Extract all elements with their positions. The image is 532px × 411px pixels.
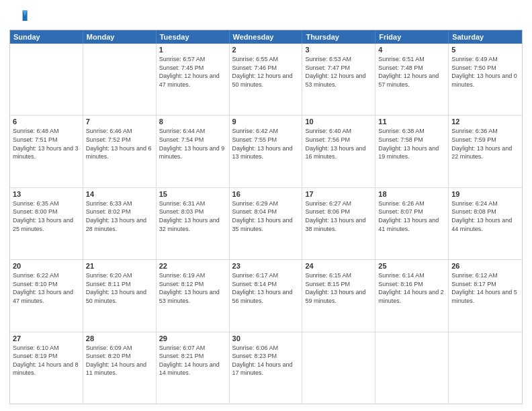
day-info: Sunrise: 6:27 AM Sunset: 8:06 PM Dayligh… bbox=[305, 199, 372, 233]
day-number: 30 bbox=[232, 334, 300, 342]
calendar-cell-day-30: 30Sunrise: 6:06 AM Sunset: 8:23 PM Dayli… bbox=[230, 332, 303, 404]
day-info: Sunrise: 6:07 AM Sunset: 8:21 PM Dayligh… bbox=[159, 344, 226, 377]
calendar-cell-day-23: 23Sunrise: 6:17 AM Sunset: 8:14 PM Dayli… bbox=[230, 260, 303, 331]
calendar-cell-day-7: 7Sunrise: 6:46 AM Sunset: 7:52 PM Daylig… bbox=[83, 116, 157, 187]
calendar-cell-day-28: 28Sunrise: 6:09 AM Sunset: 8:20 PM Dayli… bbox=[83, 332, 157, 404]
calendar-cell-day-15: 15Sunrise: 6:31 AM Sunset: 8:03 PM Dayli… bbox=[157, 188, 230, 259]
day-number: 2 bbox=[232, 46, 300, 54]
day-number: 29 bbox=[159, 334, 226, 342]
calendar-cell-day-1: 1Sunrise: 6:57 AM Sunset: 7:45 PM Daylig… bbox=[157, 44, 230, 115]
day-number: 11 bbox=[378, 118, 445, 126]
day-info: Sunrise: 6:14 AM Sunset: 8:16 PM Dayligh… bbox=[378, 271, 445, 305]
day-number: 23 bbox=[232, 262, 300, 270]
day-number: 27 bbox=[13, 334, 80, 342]
calendar-cell-day-5: 5Sunrise: 6:49 AM Sunset: 7:50 PM Daylig… bbox=[449, 44, 522, 115]
calendar-body: 1Sunrise: 6:57 AM Sunset: 7:45 PM Daylig… bbox=[10, 44, 522, 404]
day-number: 13 bbox=[13, 190, 80, 198]
day-info: Sunrise: 6:12 AM Sunset: 8:17 PM Dayligh… bbox=[451, 271, 519, 305]
calendar-cell-day-2: 2Sunrise: 6:55 AM Sunset: 7:46 PM Daylig… bbox=[230, 44, 303, 115]
header bbox=[9, 7, 523, 26]
day-number: 22 bbox=[159, 262, 226, 270]
calendar-cell-day-20: 20Sunrise: 6:22 AM Sunset: 8:10 PM Dayli… bbox=[10, 260, 83, 331]
day-number: 6 bbox=[13, 118, 80, 126]
calendar-cell-day-22: 22Sunrise: 6:19 AM Sunset: 8:12 PM Dayli… bbox=[157, 260, 230, 331]
day-info: Sunrise: 6:31 AM Sunset: 8:03 PM Dayligh… bbox=[159, 199, 226, 233]
day-number: 9 bbox=[232, 118, 300, 126]
day-number: 5 bbox=[451, 46, 519, 54]
day-number: 12 bbox=[451, 118, 519, 126]
day-info: Sunrise: 6:53 AM Sunset: 7:47 PM Dayligh… bbox=[305, 55, 372, 89]
day-info: Sunrise: 6:06 AM Sunset: 8:23 PM Dayligh… bbox=[232, 344, 300, 377]
calendar-week-2: 6Sunrise: 6:48 AM Sunset: 7:51 PM Daylig… bbox=[10, 116, 522, 187]
calendar-cell-day-13: 13Sunrise: 6:35 AM Sunset: 8:00 PM Dayli… bbox=[10, 188, 83, 259]
day-info: Sunrise: 6:36 AM Sunset: 7:59 PM Dayligh… bbox=[451, 127, 519, 161]
calendar-week-1: 1Sunrise: 6:57 AM Sunset: 7:45 PM Daylig… bbox=[10, 44, 522, 116]
calendar-cell-empty bbox=[449, 332, 522, 404]
day-number: 21 bbox=[86, 262, 153, 270]
day-info: Sunrise: 6:48 AM Sunset: 7:51 PM Dayligh… bbox=[13, 127, 80, 161]
day-info: Sunrise: 6:26 AM Sunset: 8:07 PM Dayligh… bbox=[378, 199, 445, 233]
calendar-header-row: SundayMondayTuesdayWednesdayThursdayFrid… bbox=[10, 30, 522, 44]
day-number: 4 bbox=[378, 46, 445, 54]
day-number: 26 bbox=[451, 262, 519, 270]
day-info: Sunrise: 6:46 AM Sunset: 7:52 PM Dayligh… bbox=[86, 127, 153, 161]
day-number: 15 bbox=[159, 190, 226, 198]
day-number: 19 bbox=[451, 190, 519, 198]
day-number: 16 bbox=[232, 190, 300, 198]
day-info: Sunrise: 6:29 AM Sunset: 8:04 PM Dayligh… bbox=[232, 199, 300, 233]
calendar-cell-day-4: 4Sunrise: 6:51 AM Sunset: 7:48 PM Daylig… bbox=[375, 44, 449, 115]
calendar-cell-day-25: 25Sunrise: 6:14 AM Sunset: 8:16 PM Dayli… bbox=[375, 260, 449, 331]
day-info: Sunrise: 6:20 AM Sunset: 8:11 PM Dayligh… bbox=[86, 271, 153, 305]
day-info: Sunrise: 6:10 AM Sunset: 8:19 PM Dayligh… bbox=[13, 344, 80, 377]
day-number: 17 bbox=[305, 190, 372, 198]
day-number: 14 bbox=[86, 190, 153, 198]
calendar-cell-day-16: 16Sunrise: 6:29 AM Sunset: 8:04 PM Dayli… bbox=[230, 188, 303, 259]
day-number: 20 bbox=[13, 262, 80, 270]
calendar-week-3: 13Sunrise: 6:35 AM Sunset: 8:00 PM Dayli… bbox=[10, 188, 522, 260]
day-info: Sunrise: 6:40 AM Sunset: 7:56 PM Dayligh… bbox=[305, 127, 372, 161]
day-info: Sunrise: 6:35 AM Sunset: 8:00 PM Dayligh… bbox=[13, 199, 80, 233]
calendar-cell-day-12: 12Sunrise: 6:36 AM Sunset: 7:59 PM Dayli… bbox=[449, 116, 522, 187]
calendar-cell-day-10: 10Sunrise: 6:40 AM Sunset: 7:56 PM Dayli… bbox=[302, 116, 375, 187]
calendar-cell-day-29: 29Sunrise: 6:07 AM Sunset: 8:21 PM Dayli… bbox=[157, 332, 230, 404]
calendar-week-4: 20Sunrise: 6:22 AM Sunset: 8:10 PM Dayli… bbox=[10, 260, 522, 332]
calendar-cell-day-3: 3Sunrise: 6:53 AM Sunset: 7:47 PM Daylig… bbox=[302, 44, 375, 115]
day-info: Sunrise: 6:24 AM Sunset: 8:08 PM Dayligh… bbox=[451, 199, 519, 233]
header-day-sunday: Sunday bbox=[10, 30, 83, 44]
logo-icon bbox=[9, 7, 28, 26]
calendar-cell-day-6: 6Sunrise: 6:48 AM Sunset: 7:51 PM Daylig… bbox=[10, 116, 83, 187]
day-info: Sunrise: 6:38 AM Sunset: 7:58 PM Dayligh… bbox=[378, 127, 445, 161]
header-day-monday: Monday bbox=[83, 30, 157, 44]
day-number: 1 bbox=[159, 46, 226, 54]
logo bbox=[9, 7, 31, 26]
calendar-cell-day-27: 27Sunrise: 6:10 AM Sunset: 8:19 PM Dayli… bbox=[10, 332, 83, 404]
day-number: 10 bbox=[305, 118, 372, 126]
day-number: 8 bbox=[159, 118, 226, 126]
day-info: Sunrise: 6:19 AM Sunset: 8:12 PM Dayligh… bbox=[159, 271, 226, 305]
day-info: Sunrise: 6:33 AM Sunset: 8:02 PM Dayligh… bbox=[86, 199, 153, 233]
calendar-cell-day-14: 14Sunrise: 6:33 AM Sunset: 8:02 PM Dayli… bbox=[83, 188, 157, 259]
header-day-wednesday: Wednesday bbox=[230, 30, 303, 44]
calendar-cell-empty bbox=[83, 44, 157, 115]
day-number: 28 bbox=[86, 334, 153, 342]
calendar-cell-day-26: 26Sunrise: 6:12 AM Sunset: 8:17 PM Dayli… bbox=[449, 260, 522, 331]
day-number: 24 bbox=[305, 262, 372, 270]
day-info: Sunrise: 6:49 AM Sunset: 7:50 PM Dayligh… bbox=[451, 55, 519, 89]
day-info: Sunrise: 6:51 AM Sunset: 7:48 PM Dayligh… bbox=[378, 55, 445, 89]
calendar-cell-day-9: 9Sunrise: 6:42 AM Sunset: 7:55 PM Daylig… bbox=[230, 116, 303, 187]
day-number: 25 bbox=[378, 262, 445, 270]
header-day-friday: Friday bbox=[375, 30, 449, 44]
day-info: Sunrise: 6:15 AM Sunset: 8:15 PM Dayligh… bbox=[305, 271, 372, 305]
header-day-saturday: Saturday bbox=[449, 30, 522, 44]
day-number: 3 bbox=[305, 46, 372, 54]
calendar-cell-empty bbox=[302, 332, 375, 404]
calendar-cell-empty bbox=[375, 332, 449, 404]
calendar-cell-empty bbox=[10, 44, 83, 115]
header-day-tuesday: Tuesday bbox=[157, 30, 230, 44]
calendar-cell-day-17: 17Sunrise: 6:27 AM Sunset: 8:06 PM Dayli… bbox=[302, 188, 375, 259]
day-info: Sunrise: 6:17 AM Sunset: 8:14 PM Dayligh… bbox=[232, 271, 300, 305]
day-info: Sunrise: 6:55 AM Sunset: 7:46 PM Dayligh… bbox=[232, 55, 300, 89]
day-number: 7 bbox=[86, 118, 153, 126]
day-info: Sunrise: 6:44 AM Sunset: 7:54 PM Dayligh… bbox=[159, 127, 226, 161]
page: SundayMondayTuesdayWednesdayThursdayFrid… bbox=[0, 0, 532, 411]
